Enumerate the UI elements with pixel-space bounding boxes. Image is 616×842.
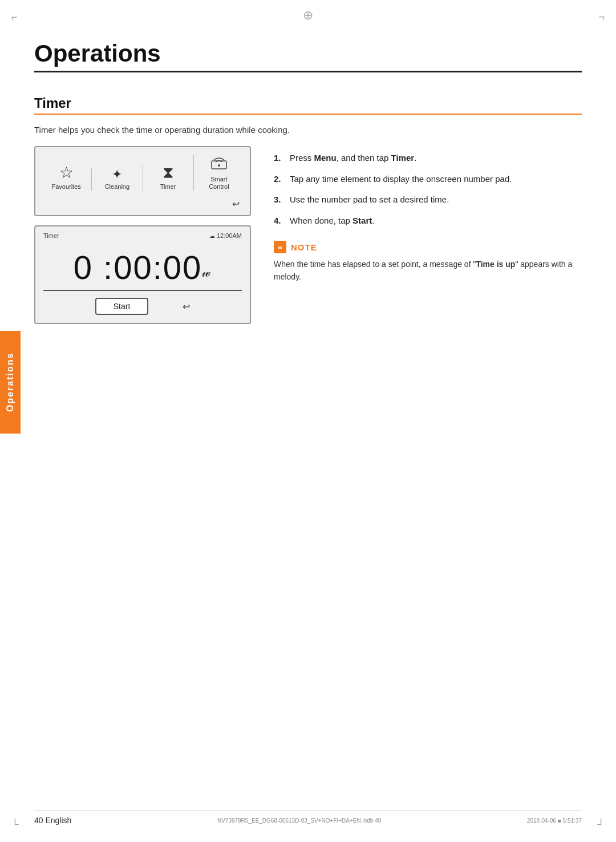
page-title: Operations [34, 40, 582, 67]
smart-control-label: SmartControl [209, 176, 229, 191]
timer-icon: ⧗ [163, 165, 174, 181]
corner-mark-tl: ⌐ [11, 11, 18, 23]
side-tab: Operations [0, 331, 21, 434]
timer-label-left: Timer [43, 232, 59, 239]
corner-mark-tr: ¬ [598, 11, 605, 23]
side-tab-label: Operations [5, 353, 15, 412]
footer-page-number: 40 English [34, 816, 71, 825]
section-divider [34, 114, 582, 115]
menu-icon-favourites: ☆ Favourites [41, 165, 91, 191]
timer-label-right: ☁ 12:00AM [209, 232, 242, 239]
note-text: When the time has elapsed to a set point… [274, 258, 582, 284]
footer-doc-info: NV73979R5_EE_DG68-00613D-03_SV+NO+FI+DA+… [217, 817, 381, 824]
step-3-num: 3. [274, 193, 281, 207]
timer-time-display: 0 :00:00𝓌 [43, 242, 242, 291]
step-4-num: 4. [274, 214, 281, 228]
menu-icon-cleaning: ✦ Cleaning [91, 168, 142, 191]
two-col-layout: ☆ Favourites ✦ Cleaning ⧗ Timer [34, 146, 582, 324]
favourites-icon: ☆ [59, 165, 74, 181]
corner-mark-br: ┘ [597, 819, 605, 831]
step-4: 4. When done, tap Start. [274, 214, 582, 228]
step-3: 3. Use the number pad to set a desired t… [274, 193, 582, 207]
cleaning-label: Cleaning [105, 183, 129, 191]
cleaning-icon: ✦ [112, 168, 122, 181]
corner-mark-bl: └ [11, 819, 19, 831]
screen-mockup-timer: Timer ☁ 12:00AM 0 :00:00𝓌 Start ↩ [34, 225, 251, 324]
top-center-crosshair: ⊕ [303, 8, 313, 23]
screen-mockups-col: ☆ Favourites ✦ Cleaning ⧗ Timer [34, 146, 251, 324]
timer-start-row: Start ↩ [43, 298, 242, 315]
timer-label: Timer [160, 183, 176, 191]
instructions-col: 1. Press Menu, and then tap Timer. 2. Ta… [274, 146, 582, 284]
start-button[interactable]: Start [95, 298, 149, 315]
footer-date-info: 2018-04-06 ■ 5:51:37 [527, 817, 582, 824]
menu-icon-timer: ⧗ Timer [143, 165, 193, 191]
back-arrow-1: ↩ [41, 196, 244, 209]
back-arrow-2: ↩ [183, 301, 190, 312]
instructions-list: 1. Press Menu, and then tap Timer. 2. Ta… [274, 152, 582, 227]
menu-icon-smart-control: SmartControl [193, 155, 244, 191]
step-2: 2. Tap any time element to display the o… [274, 173, 582, 186]
note-title: NOTE [291, 242, 317, 252]
timer-top-bar: Timer ☁ 12:00AM [43, 232, 242, 239]
timer-value: 0 :00:00 [74, 249, 202, 286]
section-title: Timer [34, 95, 582, 111]
note-icon: ≡ [274, 241, 286, 253]
svg-point-1 [218, 164, 220, 167]
favourites-label: Favourites [51, 183, 80, 191]
step-1: 1. Press Menu, and then tap Timer. [274, 152, 582, 165]
start-bold: Start [352, 216, 372, 225]
step-2-num: 2. [274, 173, 281, 186]
timer-bold: Timer [391, 153, 415, 163]
title-divider [34, 71, 582, 72]
screen-mockup-menu: ☆ Favourites ✦ Cleaning ⧗ Timer [34, 146, 251, 216]
note-header: ≡ NOTE [274, 241, 582, 253]
page-footer: 40 English NV73979R5_EE_DG68-00613D-03_S… [34, 811, 582, 825]
step-1-num: 1. [274, 152, 281, 165]
menu-bold: Menu [314, 153, 337, 163]
note-box: ≡ NOTE When the time has elapsed to a se… [274, 241, 582, 284]
menu-icons-row: ☆ Favourites ✦ Cleaning ⧗ Timer [41, 155, 244, 196]
hand-icon: 𝓌 [202, 265, 212, 280]
time-is-up-bold: Time is up [476, 260, 515, 269]
smart-control-icon [210, 155, 228, 173]
page-content: Operations Timer Timer helps you check t… [34, 0, 582, 324]
section-description: Timer helps you check the time or operat… [34, 125, 582, 135]
